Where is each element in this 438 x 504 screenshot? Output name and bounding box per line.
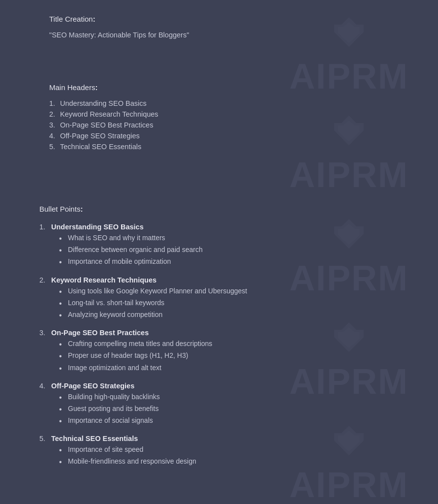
list-item: Importance of site speed [59,445,418,455]
list-item: Keyword Research Techniques Using tools … [39,276,418,320]
title-creation-label: Title Creation: [49,15,418,23]
list-item: Importance of social signals [59,416,418,426]
section-title-2: Keyword Research Techniques [51,276,156,284]
numbered-item-header-2: Keyword Research Techniques [39,276,418,284]
bullet-points-section: Bullet Points: Understanding SEO Basics … [0,205,438,467]
bullet-points-list: Understanding SEO Basics What is SEO and… [39,223,418,467]
list-item: Long-tail vs. short-tail keywords [59,299,418,308]
numbered-item-header-4: Off-Page SEO Strategies [39,382,418,390]
list-item: Proper use of header tags (H1, H2, H3) [59,351,418,361]
sub-list-5: Importance of site speed Mobile-friendli… [59,445,418,467]
list-item: Understanding SEO Basics [49,99,418,107]
list-item: Off-Page SEO Strategies [49,132,418,140]
sub-list-2: Using tools like Google Keyword Planner … [59,287,418,320]
main-headers-list: Understanding SEO Basics Keyword Researc… [49,99,418,151]
main-headers-label-text: Main Headers [49,83,95,92]
list-item: Analyzing keyword competition [59,311,418,320]
main-headers-section: Main Headers: Understanding SEO Basics K… [0,83,438,151]
list-item: Technical SEO Essentials [49,143,418,151]
list-item: Keyword Research Techniques [49,110,418,118]
section-title-3: On-Page SEO Best Practices [51,329,149,337]
list-item: What is SEO and why it matters [59,234,418,243]
list-item: Importance of mobile optimization [59,257,418,267]
page-content: Title Creation: "SEO Mastery: Actionable… [0,0,438,496]
section-title-5: Technical SEO Essentials [51,435,138,442]
bullet-points-label: Bullet Points: [39,205,418,213]
sub-list-4: Building high-quality backlinks Guest po… [59,393,418,426]
list-item: Guest posting and its benefits [59,405,418,414]
sub-list-3: Crafting compelling meta titles and desc… [59,340,418,373]
list-item: Crafting compelling meta titles and desc… [59,340,418,349]
list-item: Difference between organic and paid sear… [59,246,418,255]
main-headers-label: Main Headers: [49,83,418,92]
list-item: Building high-quality backlinks [59,393,418,402]
bullet-points-label-text: Bullet Points [39,205,80,213]
section-title-4: Off-Page SEO Strategies [51,382,134,390]
list-item: Using tools like Google Keyword Planner … [59,287,418,296]
section-title-1: Understanding SEO Basics [51,223,144,231]
list-item: Understanding SEO Basics What is SEO and… [39,223,418,267]
list-item: Off-Page SEO Strategies Building high-qu… [39,382,418,426]
numbered-item-header-5: Technical SEO Essentials [39,435,418,442]
list-item: On-Page SEO Best Practices [49,121,418,129]
title-creation-label-text: Title Creation [49,15,93,23]
list-item: Image optimization and alt text [59,364,418,373]
title-creation-section: Title Creation: "SEO Mastery: Actionable… [0,10,438,39]
sub-list-1: What is SEO and why it matters Differenc… [59,234,418,267]
list-item: On-Page SEO Best Practices Crafting comp… [39,329,418,373]
numbered-item-header-1: Understanding SEO Basics [39,223,418,231]
list-item: Technical SEO Essentials Importance of s… [39,435,418,467]
numbered-item-header-3: On-Page SEO Best Practices [39,329,418,337]
title-creation-value: "SEO Mastery: Actionable Tips for Blogge… [49,31,418,39]
list-item: Mobile-friendliness and responsive desig… [59,457,418,467]
